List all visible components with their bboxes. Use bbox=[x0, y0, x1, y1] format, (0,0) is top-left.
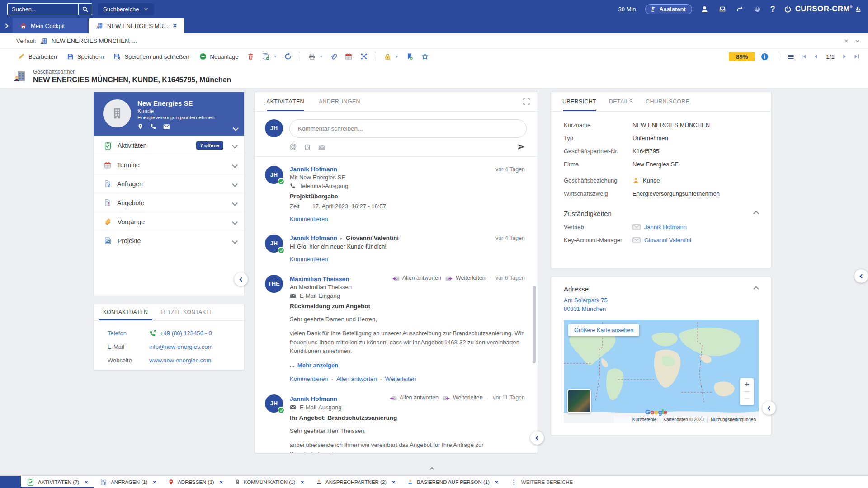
search-button[interactable] bbox=[78, 4, 92, 15]
feed-scrollbar[interactable] bbox=[533, 286, 536, 363]
copy-button[interactable]: ▾ bbox=[259, 50, 279, 63]
action-link-kommentieren[interactable]: Kommentieren bbox=[290, 256, 328, 263]
chevron-down-icon[interactable] bbox=[229, 180, 237, 188]
collapse-map-handle[interactable] bbox=[762, 401, 776, 415]
author-link[interactable]: Maximilian Theissen bbox=[290, 276, 349, 282]
globe-icon[interactable] bbox=[753, 4, 763, 14]
footer-tab-aktivitäten-7[interactable]: AKTIVITÄTEN (7)✕ bbox=[21, 476, 94, 488]
favorite-button[interactable] bbox=[418, 50, 432, 63]
action-link-kommentieren[interactable]: Kommentieren bbox=[290, 216, 328, 222]
chevron-down-icon[interactable] bbox=[229, 199, 237, 206]
mail-icon[interactable] bbox=[163, 123, 170, 130]
action-link-kommentieren[interactable]: Kommentieren bbox=[290, 375, 328, 382]
collapse-section-icon[interactable] bbox=[753, 211, 759, 216]
attach-button[interactable] bbox=[327, 50, 340, 63]
tab-aktivitäten[interactable]: AKTIVITÄTEN bbox=[265, 92, 306, 111]
contact-value[interactable]: info@new-energies.com bbox=[149, 343, 212, 350]
close-tab-icon[interactable]: ✕ bbox=[495, 479, 499, 485]
delete-button[interactable] bbox=[244, 50, 257, 63]
close-icon[interactable]: ✕ bbox=[844, 38, 849, 44]
tab-übersicht[interactable]: ÜBERSICHT bbox=[561, 92, 598, 111]
quick-action-allen-antworten[interactable]: Allen antworten bbox=[389, 394, 439, 401]
tab-letzte-kontakte[interactable]: LETZTE KONTAKTE bbox=[154, 304, 219, 320]
collapse-activity-panel-handle[interactable] bbox=[530, 431, 544, 445]
mention-icon[interactable]: @ bbox=[289, 143, 297, 151]
author-link[interactable]: Jannik Hofmann bbox=[290, 395, 337, 402]
pin-icon[interactable] bbox=[137, 123, 143, 130]
history-entry[interactable]: NEW ENERGIES MÜNCHEN, ... bbox=[52, 38, 137, 44]
address-street[interactable]: Am Solarpark 75 bbox=[564, 296, 758, 305]
close-tab-icon[interactable]: ✕ bbox=[173, 23, 177, 29]
search-input[interactable] bbox=[8, 4, 78, 15]
caret-down-icon[interactable] bbox=[855, 38, 860, 43]
tab-änderungen[interactable]: ÄNDERUNGEN bbox=[317, 92, 362, 111]
edit-button[interactable]: Bearbeiten bbox=[14, 50, 61, 63]
menu-icon[interactable] bbox=[787, 53, 795, 60]
quick-action-weiterleiten[interactable]: Weiterleiten bbox=[443, 394, 483, 401]
sidebar-item-aktivitäten[interactable]: Aktivitäten7 offene bbox=[94, 136, 244, 155]
more-areas-button[interactable]: ⋮ WEITERE BEREICHE bbox=[505, 476, 579, 488]
footer-tab-anfragen-1[interactable]: ?ANFRAGEN (1)✕ bbox=[94, 476, 162, 488]
user-icon[interactable] bbox=[700, 4, 710, 14]
map[interactable]: Größere Karte ansehen + − Google Kurzbef… bbox=[564, 320, 759, 423]
map-shortcuts[interactable]: Kurzbefehle bbox=[629, 417, 660, 422]
zoom-in-button[interactable]: + bbox=[740, 378, 754, 391]
sidebar-expander[interactable] bbox=[0, 18, 13, 33]
quick-action-weiterleiten[interactable]: Weiterleiten bbox=[445, 275, 486, 281]
inbox-icon[interactable] bbox=[717, 4, 727, 14]
map-terms[interactable]: Nutzungsbedingungen bbox=[707, 417, 759, 422]
mail-icon[interactable] bbox=[318, 144, 326, 150]
close-tab-icon[interactable]: ✕ bbox=[392, 479, 396, 485]
power-icon[interactable] bbox=[783, 4, 793, 14]
action-link-weiterleiten[interactable]: Weiterleiten bbox=[385, 375, 416, 382]
lock-button[interactable]: ▾ bbox=[381, 50, 401, 63]
close-tab-icon[interactable]: ✕ bbox=[219, 479, 223, 485]
refresh-button[interactable] bbox=[281, 50, 295, 63]
chevron-down-icon[interactable] bbox=[229, 237, 237, 244]
first-page-button[interactable] bbox=[801, 53, 807, 60]
redo-icon[interactable] bbox=[735, 4, 745, 14]
expand-icon[interactable] bbox=[523, 98, 530, 105]
tab-mein-cockpit[interactable]: Mein Cockpit bbox=[13, 18, 87, 33]
footer-tab-basierend-auf-person-1[interactable]: BASIEREND AUF PERSON (1)✕ bbox=[401, 476, 505, 488]
contact-value[interactable]: www.new-energies.com bbox=[149, 357, 211, 364]
zoom-out-button[interactable]: − bbox=[740, 392, 754, 405]
resp-person-link[interactable]: Jannik Hofmann bbox=[632, 224, 687, 230]
calendar-button[interactable] bbox=[342, 50, 355, 63]
phone-icon[interactable] bbox=[150, 123, 156, 130]
address-city[interactable]: 80331 München bbox=[564, 305, 758, 314]
close-tab-icon[interactable]: ✕ bbox=[300, 479, 304, 485]
global-search[interactable] bbox=[7, 3, 92, 15]
help-button[interactable]: ? bbox=[770, 5, 775, 14]
search-scopes-button[interactable]: Suchbereiche bbox=[98, 3, 154, 15]
assistant-button[interactable]: Assistent bbox=[645, 4, 692, 14]
resp-person-link[interactable]: Giovanni Valentini bbox=[632, 237, 691, 244]
sidebar-item-vorgänge[interactable]: Vorgänge bbox=[94, 212, 244, 231]
tab-details[interactable]: DETAILS bbox=[608, 92, 634, 111]
chevron-down-icon[interactable] bbox=[229, 218, 237, 225]
chevron-down-icon[interactable] bbox=[229, 161, 237, 169]
comment-input[interactable] bbox=[289, 119, 527, 138]
tab-churn-score[interactable]: CHURN-SCORE bbox=[644, 92, 691, 111]
collapse-right-panel-handle[interactable] bbox=[854, 269, 868, 283]
quick-action-allen-antworten[interactable]: Allen antworten bbox=[392, 275, 441, 281]
google-logo[interactable]: Google bbox=[645, 408, 667, 416]
tab-new-energies[interactable]: NEW ENERGIES MÜ... ✕ bbox=[89, 18, 184, 33]
author-link[interactable]: Jannik Hofmann bbox=[290, 235, 337, 241]
larger-map-button[interactable]: Größere Karte ansehen bbox=[568, 324, 639, 336]
info-icon[interactable] bbox=[761, 53, 769, 61]
save-close-button[interactable]: Speichern und schließen bbox=[109, 50, 193, 63]
scroll-up-icon[interactable] bbox=[430, 465, 434, 473]
close-tab-icon[interactable]: ✕ bbox=[152, 479, 156, 485]
sidebar-item-angebote[interactable]: !Angebote bbox=[94, 193, 244, 212]
save-button[interactable]: Speichern bbox=[63, 50, 108, 63]
footer-rail[interactable] bbox=[0, 476, 21, 488]
print-button[interactable]: ▾ bbox=[305, 50, 326, 63]
recipient-name[interactable]: Giovanni Valentini bbox=[346, 235, 399, 241]
show-more-link[interactable]: Mehr anzeigen bbox=[297, 362, 338, 369]
completeness-badge[interactable]: 89% bbox=[729, 52, 755, 61]
relations-button[interactable] bbox=[357, 50, 371, 63]
satellite-thumbnail[interactable] bbox=[567, 389, 591, 413]
footer-tab-kommunikation-1[interactable]: KOMMUNIKATION (1)✕ bbox=[229, 476, 311, 488]
sidebar-item-anfragen[interactable]: ?Anfragen bbox=[94, 174, 244, 193]
